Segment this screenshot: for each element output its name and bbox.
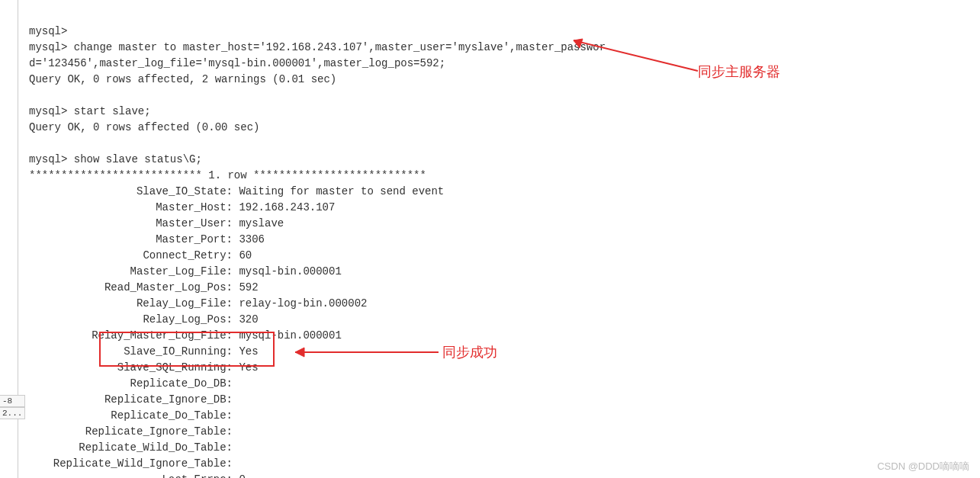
- terminal-line: Query OK, 0 rows affected (0.00 sec): [29, 121, 259, 133]
- status-value: [233, 408, 239, 424]
- status-label: Replicate_Do_DB:: [29, 376, 233, 392]
- status-row: Slave_IO_State: Waiting for master to se…: [29, 184, 980, 200]
- status-value: [233, 424, 239, 440]
- sidebar-tabs: -8 2...: [0, 395, 25, 419]
- status-value: 0: [233, 472, 246, 478]
- status-row: Master_User: myslave: [29, 216, 980, 232]
- highlight-box: [99, 332, 275, 367]
- status-label: Master_User:: [29, 216, 233, 232]
- status-row: Replicate_Do_Table:: [29, 408, 980, 424]
- svg-marker-3: [295, 348, 304, 357]
- status-row: Master_Log_File: mysql-bin.000001: [29, 264, 980, 280]
- svg-marker-1: [574, 39, 583, 48]
- status-value: [233, 440, 239, 456]
- watermark: CSDN @DDD嘀嘀嘀: [877, 460, 969, 473]
- status-value: 60: [233, 248, 252, 264]
- status-value: myslave: [233, 216, 284, 232]
- status-label: Connect_Retry:: [29, 248, 233, 264]
- status-label: Replicate_Wild_Do_Table:: [29, 440, 233, 456]
- status-row: Replicate_Ignore_DB:: [29, 392, 980, 408]
- status-row: Relay_Log_Pos: 320: [29, 312, 980, 328]
- status-row: Connect_Retry: 60: [29, 248, 980, 264]
- status-label: Replicate_Wild_Ignore_Table:: [29, 456, 233, 472]
- status-row: Replicate_Wild_Do_Table:: [29, 440, 980, 456]
- status-label: Slave_IO_State:: [29, 184, 233, 200]
- svg-line-0: [574, 40, 698, 71]
- status-row: Replicate_Do_DB:: [29, 376, 980, 392]
- status-label: Replicate_Do_Table:: [29, 408, 233, 424]
- status-value: 320: [233, 312, 259, 328]
- status-label: Master_Log_File:: [29, 264, 233, 280]
- status-value: relay-log-bin.000002: [233, 296, 367, 312]
- terminal-line: Query OK, 0 rows affected, 2 warnings (0…: [29, 73, 336, 85]
- status-label: Master_Port:: [29, 232, 233, 248]
- terminal-line: *************************** 1. row *****…: [29, 169, 426, 181]
- status-row: Master_Port: 3306: [29, 232, 980, 248]
- status-label: Last_Errno:: [29, 472, 233, 478]
- status-row: Replicate_Ignore_Table:: [29, 424, 980, 440]
- status-value: Waiting for master to send event: [233, 184, 444, 200]
- status-value: [233, 376, 239, 392]
- status-value: 592: [233, 280, 259, 296]
- status-label: Relay_Log_File:: [29, 296, 233, 312]
- status-label: Replicate_Ignore_Table:: [29, 424, 233, 440]
- status-row: Master_Host: 192.168.243.107: [29, 200, 980, 216]
- status-value: 192.168.243.107: [233, 200, 335, 216]
- status-value: [233, 392, 239, 408]
- terminal-line: mysql> change master to master_host='192…: [29, 41, 606, 53]
- terminal-line: mysql>: [29, 25, 67, 37]
- terminal-line: d='123456',master_log_file='mysql-bin.00…: [29, 57, 445, 69]
- terminal-line: mysql> start slave;: [29, 105, 151, 117]
- status-label: Master_Host:: [29, 200, 233, 216]
- status-row: Read_Master_Log_Pos: 592: [29, 280, 980, 296]
- status-row: Replicate_Wild_Ignore_Table:: [29, 456, 980, 472]
- terminal-output: mysql> mysql> change master to master_ho…: [0, 0, 980, 478]
- status-value: 3306: [233, 232, 265, 248]
- status-label: Relay_Log_Pos:: [29, 312, 233, 328]
- status-value: mysql-bin.000001: [233, 264, 342, 280]
- status-label: Replicate_Ignore_DB:: [29, 392, 233, 408]
- status-label: Read_Master_Log_Pos:: [29, 280, 233, 296]
- sidebar-tab[interactable]: -8: [0, 395, 24, 407]
- annotation-sync-success: 同步成功: [442, 343, 497, 361]
- status-row: Last_Errno: 0: [29, 472, 980, 478]
- arrow-top: [564, 34, 717, 80]
- arrow-bottom: [286, 345, 446, 360]
- terminal-line: mysql> show slave status\G;: [29, 153, 202, 165]
- status-row: Relay_Log_File: relay-log-bin.000002: [29, 296, 980, 312]
- status-value: [233, 456, 239, 472]
- sidebar-tab[interactable]: 2...: [0, 407, 24, 419]
